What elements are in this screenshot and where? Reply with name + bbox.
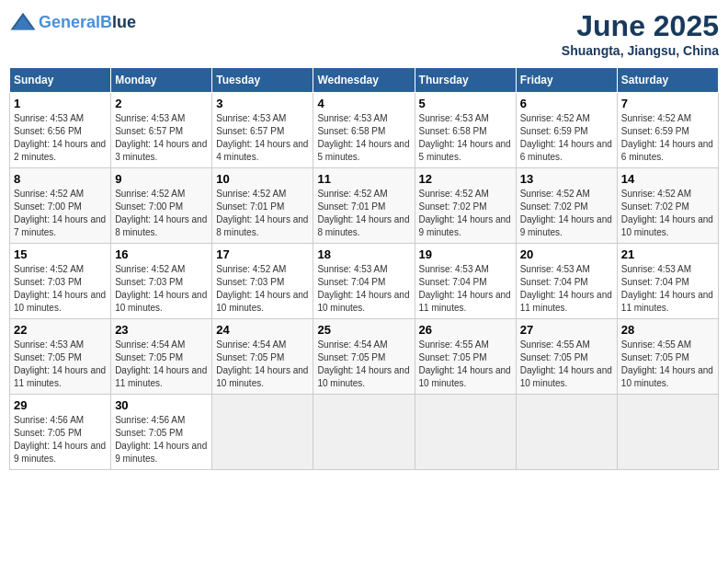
day-number: 23 — [115, 323, 208, 337]
daylight-label: Daylight: 14 hours and 11 minutes. — [14, 365, 106, 388]
col-header-saturday: Saturday — [617, 68, 718, 93]
day-cell-1: 1 Sunrise: 4:53 AM Sunset: 6:56 PM Dayli… — [10, 93, 111, 168]
daylight-label: Daylight: 14 hours and 10 minutes. — [419, 365, 511, 388]
daylight-label: Daylight: 14 hours and 11 minutes. — [520, 290, 612, 313]
day-cell-27: 27 Sunrise: 4:55 AM Sunset: 7:05 PM Dayl… — [516, 319, 617, 395]
daylight-label: Daylight: 14 hours and 11 minutes. — [621, 290, 713, 313]
day-info: Sunrise: 4:55 AM Sunset: 7:05 PM Dayligh… — [419, 339, 512, 390]
day-info: Sunrise: 4:53 AM Sunset: 7:05 PM Dayligh… — [14, 339, 107, 390]
daylight-label: Daylight: 14 hours and 6 minutes. — [621, 139, 713, 162]
sunset-label: Sunset: 7:04 PM — [520, 277, 588, 287]
day-number: 11 — [317, 172, 410, 186]
calendar-week-0: 1 Sunrise: 4:53 AM Sunset: 6:56 PM Dayli… — [10, 93, 719, 168]
daylight-label: Daylight: 14 hours and 3 minutes. — [115, 139, 207, 162]
day-cell-5: 5 Sunrise: 4:53 AM Sunset: 6:58 PM Dayli… — [415, 93, 516, 168]
daylight-label: Daylight: 14 hours and 8 minutes. — [216, 214, 308, 237]
sunset-label: Sunset: 7:03 PM — [115, 277, 183, 287]
day-cell-3: 3 Sunrise: 4:53 AM Sunset: 6:57 PM Dayli… — [212, 93, 313, 168]
sunrise-label: Sunrise: 4:52 AM — [216, 189, 286, 199]
day-number: 1 — [14, 97, 107, 110]
daylight-label: Daylight: 14 hours and 7 minutes. — [14, 214, 106, 237]
sunrise-label: Sunrise: 4:53 AM — [621, 264, 691, 274]
day-number: 29 — [14, 398, 107, 412]
sunrise-label: Sunrise: 4:55 AM — [520, 339, 590, 350]
col-header-sunday: Sunday — [10, 68, 111, 93]
day-info: Sunrise: 4:52 AM Sunset: 7:03 PM Dayligh… — [115, 263, 208, 315]
day-number: 16 — [115, 247, 208, 261]
calendar-table: SundayMondayTuesdayWednesdayThursdayFrid… — [9, 67, 719, 470]
sunset-label: Sunset: 7:01 PM — [216, 201, 284, 212]
day-info: Sunrise: 4:52 AM Sunset: 7:02 PM Dayligh… — [419, 188, 512, 239]
day-number: 17 — [216, 247, 309, 261]
logo-general: General — [39, 13, 100, 31]
sunset-label: Sunset: 7:05 PM — [14, 352, 82, 362]
day-cell-22: 22 Sunrise: 4:53 AM Sunset: 7:05 PM Dayl… — [10, 319, 111, 395]
day-number: 19 — [419, 247, 512, 261]
sunset-label: Sunset: 7:03 PM — [216, 277, 284, 287]
sunrise-label: Sunrise: 4:53 AM — [419, 264, 489, 274]
sunset-label: Sunset: 7:05 PM — [419, 352, 487, 362]
daylight-label: Daylight: 14 hours and 11 minutes. — [115, 365, 207, 388]
sunrise-label: Sunrise: 4:52 AM — [115, 189, 185, 199]
title-block: June 2025 Shuangta, Jiangsu, China — [562, 9, 719, 58]
sunrise-label: Sunrise: 4:55 AM — [419, 339, 489, 350]
day-info: Sunrise: 4:52 AM Sunset: 7:00 PM Dayligh… — [14, 188, 107, 239]
day-cell-30: 30 Sunrise: 4:56 AM Sunset: 7:05 PM Dayl… — [111, 395, 212, 470]
day-info: Sunrise: 4:52 AM Sunset: 7:01 PM Dayligh… — [317, 188, 410, 239]
sunset-label: Sunset: 7:02 PM — [621, 201, 689, 212]
day-cell-28: 28 Sunrise: 4:55 AM Sunset: 7:05 PM Dayl… — [617, 319, 718, 395]
day-number: 8 — [14, 172, 107, 186]
day-info: Sunrise: 4:52 AM Sunset: 7:03 PM Dayligh… — [14, 263, 107, 315]
sunrise-label: Sunrise: 4:54 AM — [216, 339, 286, 350]
day-number: 22 — [14, 323, 107, 337]
calendar-week-1: 8 Sunrise: 4:52 AM Sunset: 7:00 PM Dayli… — [10, 168, 719, 244]
sunrise-label: Sunrise: 4:55 AM — [621, 339, 691, 350]
day-info: Sunrise: 4:52 AM Sunset: 7:02 PM Dayligh… — [621, 188, 714, 239]
daylight-label: Daylight: 14 hours and 10 minutes. — [621, 365, 713, 388]
sunset-label: Sunset: 6:59 PM — [621, 126, 689, 136]
day-info: Sunrise: 4:53 AM Sunset: 6:58 PM Dayligh… — [317, 112, 410, 164]
daylight-label: Daylight: 14 hours and 6 minutes. — [520, 139, 612, 162]
daylight-label: Daylight: 14 hours and 9 minutes. — [520, 214, 612, 237]
sunrise-label: Sunrise: 4:53 AM — [419, 113, 489, 123]
sunset-label: Sunset: 6:57 PM — [115, 126, 183, 136]
day-number: 6 — [520, 97, 613, 110]
day-number: 30 — [115, 398, 208, 412]
col-header-friday: Friday — [516, 68, 617, 93]
day-cell-11: 11 Sunrise: 4:52 AM Sunset: 7:01 PM Dayl… — [313, 168, 415, 244]
day-number: 25 — [317, 323, 410, 337]
page-header: GeneralBBluelue June 2025 Shuangta, Jian… — [9, 9, 719, 58]
sunset-label: Sunset: 7:05 PM — [520, 352, 588, 362]
daylight-label: Daylight: 14 hours and 8 minutes. — [115, 214, 207, 237]
daylight-label: Daylight: 14 hours and 10 minutes. — [520, 365, 612, 388]
day-info: Sunrise: 4:53 AM Sunset: 6:58 PM Dayligh… — [419, 112, 512, 164]
day-number: 24 — [216, 323, 309, 337]
day-number: 21 — [621, 247, 714, 261]
daylight-label: Daylight: 14 hours and 10 minutes. — [216, 365, 308, 388]
day-cell-15: 15 Sunrise: 4:52 AM Sunset: 7:03 PM Dayl… — [10, 244, 111, 319]
day-info: Sunrise: 4:53 AM Sunset: 6:57 PM Dayligh… — [115, 112, 208, 164]
sunset-label: Sunset: 7:02 PM — [520, 201, 588, 212]
day-cell-29: 29 Sunrise: 4:56 AM Sunset: 7:05 PM Dayl… — [10, 395, 111, 470]
daylight-label: Daylight: 14 hours and 10 minutes. — [216, 290, 308, 313]
daylight-label: Daylight: 14 hours and 11 minutes. — [419, 290, 511, 313]
empty-cell — [516, 395, 617, 470]
day-cell-19: 19 Sunrise: 4:53 AM Sunset: 7:04 PM Dayl… — [415, 244, 516, 319]
daylight-label: Daylight: 14 hours and 9 minutes. — [14, 441, 106, 464]
day-cell-16: 16 Sunrise: 4:52 AM Sunset: 7:03 PM Dayl… — [111, 244, 212, 319]
daylight-label: Daylight: 14 hours and 10 minutes. — [14, 290, 106, 313]
calendar-week-2: 15 Sunrise: 4:52 AM Sunset: 7:03 PM Dayl… — [10, 244, 719, 319]
day-cell-14: 14 Sunrise: 4:52 AM Sunset: 7:02 PM Dayl… — [617, 168, 718, 244]
day-cell-10: 10 Sunrise: 4:52 AM Sunset: 7:01 PM Dayl… — [212, 168, 313, 244]
day-number: 3 — [216, 97, 309, 110]
sunrise-label: Sunrise: 4:52 AM — [520, 189, 590, 199]
sunset-label: Sunset: 7:01 PM — [317, 201, 385, 212]
day-cell-13: 13 Sunrise: 4:52 AM Sunset: 7:02 PM Dayl… — [516, 168, 617, 244]
sunset-label: Sunset: 6:58 PM — [317, 126, 385, 136]
day-number: 7 — [621, 97, 714, 110]
day-info: Sunrise: 4:52 AM Sunset: 6:59 PM Dayligh… — [621, 112, 714, 164]
day-cell-26: 26 Sunrise: 4:55 AM Sunset: 7:05 PM Dayl… — [415, 319, 516, 395]
day-number: 12 — [419, 172, 512, 186]
day-number: 5 — [419, 97, 512, 110]
col-header-thursday: Thursday — [415, 68, 516, 93]
